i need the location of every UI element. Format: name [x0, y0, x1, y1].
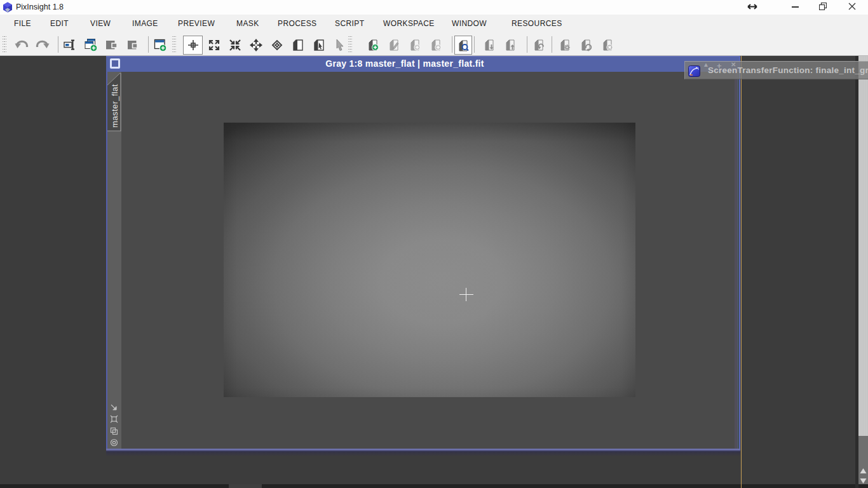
svg-text:master_flat: master_flat	[110, 84, 119, 128]
